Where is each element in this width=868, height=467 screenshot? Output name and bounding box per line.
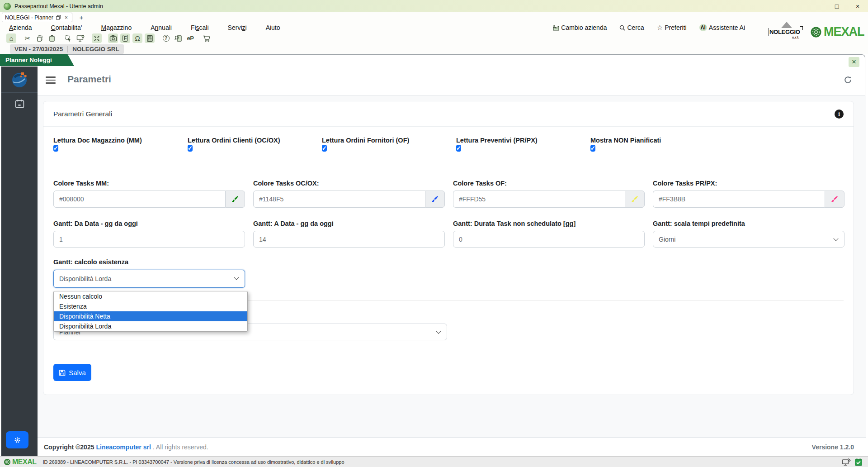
gantt-field-label: Gantt: scala tempi predefinita <box>653 220 844 227</box>
color-mm-input[interactable] <box>53 191 225 208</box>
browser-tab-title: NOLEGGI - Planner <box>5 14 54 21</box>
checkbox-label: Lettura Doc Magazzino (MM) <box>53 137 188 144</box>
brush-icon <box>631 195 638 203</box>
mexal-statusbar-logo: MEXAL <box>4 458 37 466</box>
window-titlebar: Passepartout Mexal - Utente admin – □ × <box>0 0 868 12</box>
menu-magazzino[interactable]: Magazzino <box>101 24 132 31</box>
panel-close-icon[interactable]: × <box>849 57 859 67</box>
select-pointer-icon[interactable] <box>63 33 73 43</box>
menu-right: Cambio azienda Cerca ☆ Preferiti Λi Assi… <box>553 24 745 32</box>
checkbox-lettura-pr[interactable]: ✓ <box>456 145 461 152</box>
dropdown-option[interactable]: Disponibilità Netta <box>54 311 247 321</box>
new-tab-button[interactable]: + <box>77 13 86 22</box>
module-tab-planner-noleggi[interactable]: Planner Noleggi <box>0 54 74 66</box>
hamburger-menu-icon[interactable] <box>46 75 56 86</box>
dropdown-option[interactable]: Nessun calcolo <box>54 291 247 301</box>
home-icon[interactable]: ⌂ <box>6 33 16 43</box>
monitor-settings-icon[interactable] <box>75 33 85 43</box>
menu-fiscali[interactable]: Fiscali <box>191 24 209 31</box>
preferiti-button[interactable]: ☆ Preferiti <box>657 24 687 32</box>
help-icon[interactable]: ? <box>161 33 171 43</box>
refresh-icon[interactable] <box>844 76 852 86</box>
menu-contabilita[interactable]: Contabilita' <box>51 24 82 31</box>
gantt-a-data-input[interactable] <box>253 231 445 248</box>
color-field-label: Colore Tasks PR/PX: <box>653 180 844 187</box>
page-title: Parametri <box>67 74 111 85</box>
dropdown-option[interactable]: Disponibilità Lorda <box>54 321 247 331</box>
dropdown-option[interactable]: Esistenza <box>54 301 247 311</box>
camera-icon[interactable] <box>108 33 118 43</box>
mexal-logo: MEXAL <box>810 25 864 39</box>
color-field-label: Colore Tasks MM: <box>53 180 245 187</box>
cerca-button[interactable]: Cerca <box>619 24 644 31</box>
maximize-button[interactable]: □ <box>826 0 847 12</box>
info-icon[interactable]: i <box>835 110 844 119</box>
passepartout-logo-icon[interactable] <box>11 71 28 90</box>
color-oc-picker[interactable] <box>425 191 445 208</box>
star-icon: ☆ <box>657 24 663 32</box>
browser-tab[interactable]: NOLEGGI - Planner × <box>2 13 72 22</box>
search-document-icon[interactable] <box>173 33 183 43</box>
color-oc-input[interactable] <box>253 191 425 208</box>
toolbar: ⌂ ✂ F Ω ? eP <box>0 33 868 44</box>
checkbox-label: Lettura Ordini Fornitori (OF) <box>322 137 456 144</box>
checkbox-lettura-oc[interactable]: ✓ <box>188 145 193 152</box>
date-strip: VEN - 27/03/2025 NOLEGGIO SRL <box>0 44 868 54</box>
cut-icon[interactable]: ✂ <box>23 33 33 43</box>
calendar-check-icon[interactable] <box>854 458 863 466</box>
menu-azienda[interactable]: Azienda <box>9 24 32 31</box>
function-key-icon[interactable]: F <box>120 33 130 43</box>
omega-icon[interactable]: Ω <box>132 33 142 43</box>
cart-icon[interactable] <box>202 33 212 43</box>
paste-icon[interactable] <box>47 33 57 43</box>
color-of-picker[interactable] <box>625 191 645 208</box>
chevron-down-icon <box>833 236 838 241</box>
page-footer: Copyright ©2025 Lineacomputer srl . All … <box>38 437 866 457</box>
remote-desktop-icon[interactable] <box>842 458 851 466</box>
e-invoice-icon[interactable]: eP <box>185 33 195 43</box>
close-burst-icon[interactable] <box>92 33 102 43</box>
color-pr-input[interactable] <box>653 191 825 208</box>
gantt-calcolo-select[interactable]: Disponibilità Lorda <box>53 270 245 288</box>
copy-icon[interactable] <box>35 33 45 43</box>
app-icon <box>4 3 11 10</box>
checkbox-lettura-mm[interactable]: ✓ <box>53 145 58 152</box>
cambio-azienda-button[interactable]: Cambio azienda <box>553 24 607 31</box>
search-icon <box>619 25 625 31</box>
gantt-da-data-input[interactable] <box>53 231 245 248</box>
sidebar-item-calendar[interactable] <box>14 99 25 111</box>
gantt-scala-select[interactable]: Giorni <box>653 231 844 248</box>
color-of-input[interactable] <box>453 191 625 208</box>
close-button[interactable]: × <box>847 0 868 12</box>
parametri-card: Parametri Generali i Lettura Doc Magazzi… <box>43 101 854 395</box>
tab-close-icon[interactable]: × <box>63 14 69 20</box>
menu-servizi[interactable]: Servizi <box>228 24 247 31</box>
popout-icon[interactable] <box>56 14 61 20</box>
noleggio-logo-triangle <box>781 22 792 28</box>
menu-aiuto[interactable]: Aiuto <box>266 24 280 31</box>
calcolo-label: Gantt: calcolo esistenza <box>53 258 128 266</box>
session-date: VEN - 27/03/2025 <box>10 46 67 52</box>
copyright-text: Copyright ©2025 <box>44 443 94 451</box>
checkbox-lettura-of[interactable]: ✓ <box>322 145 327 152</box>
calculator-icon[interactable] <box>145 33 155 43</box>
mexal-logo-icon <box>810 26 822 38</box>
floppy-icon <box>59 369 66 376</box>
color-field-label: Colore Tasks OF: <box>453 180 645 187</box>
color-pr-picker[interactable] <box>825 191 844 208</box>
application-window: Passepartout Mexal - Utente admin – □ × … <box>0 0 868 467</box>
minimize-button[interactable]: – <box>806 0 826 12</box>
gantt-durata-input[interactable] <box>453 231 645 248</box>
brush-icon <box>831 195 838 203</box>
checkbox-mostra-non-pianificati[interactable]: ✓ <box>590 145 595 152</box>
settings-button[interactable] <box>6 431 28 448</box>
company-link[interactable]: Lineacomputer srl <box>96 443 151 451</box>
menu-annuali[interactable]: Annuali <box>151 24 172 31</box>
save-button[interactable]: Salva <box>53 364 91 381</box>
color-mm-picker[interactable] <box>225 191 245 208</box>
gear-icon <box>14 436 21 444</box>
main-content: Parametri Generali i Lettura Doc Magazzi… <box>38 95 866 437</box>
assistente-ai-button[interactable]: Λi Assistente Ai <box>699 24 745 31</box>
card-title: Parametri Generali <box>53 110 835 118</box>
chevron-down-icon <box>436 329 441 334</box>
